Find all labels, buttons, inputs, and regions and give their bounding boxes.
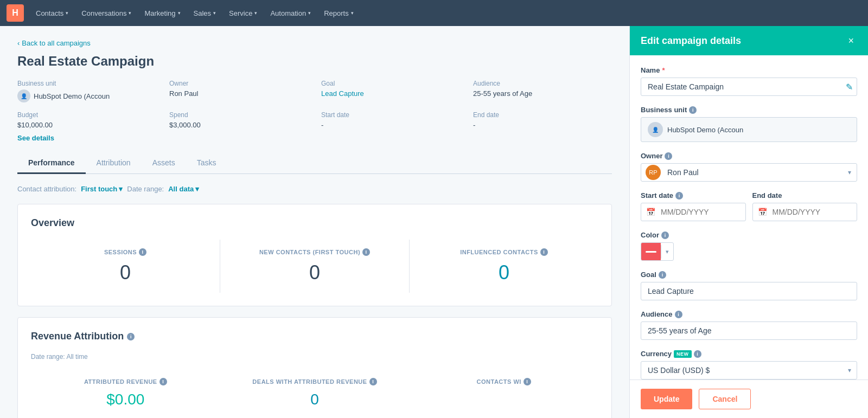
info-icon[interactable]: i <box>675 311 682 318</box>
revenue-attribution-section: Revenue Attribution i Date range: All ti… <box>17 317 612 418</box>
panel-header: Edit campaign details × <box>630 26 868 55</box>
close-panel-button[interactable]: × <box>845 35 857 47</box>
required-indicator: * <box>662 66 665 74</box>
info-icon[interactable]: i <box>661 231 669 239</box>
business-unit-field: Business unit i 👤 HubSpot Demo (Accoun <box>641 106 857 142</box>
tab-tasks[interactable]: Tasks <box>186 153 227 174</box>
metric-influenced-contacts: INFLUENCED CONTACTS i 0 <box>410 240 598 293</box>
name-label: Name * <box>641 66 857 74</box>
back-to-campaigns-link[interactable]: ‹ Back to all campaigns <box>17 39 612 47</box>
sessions-label: SESSIONS i <box>40 248 211 256</box>
chevron-down-icon: ▾ <box>213 10 216 16</box>
calendar-icon: 📅 <box>646 208 655 216</box>
end-date-label: End date <box>752 191 858 200</box>
info-icon[interactable]: i <box>524 378 531 385</box>
chevron-down-icon: ▾ <box>66 10 68 16</box>
business-unit-display: 👤 HubSpot Demo (Accoun <box>641 117 857 142</box>
color-swatch-button[interactable]: ▾ <box>641 242 674 261</box>
owner-select[interactable]: Ron Paul <box>661 164 848 181</box>
date-row: Start date i 📅 End date 📅 <box>641 191 857 221</box>
budget-value: $10,000.00 <box>17 121 156 129</box>
cancel-button[interactable]: Cancel <box>699 389 751 409</box>
contact-attribution-label: Contact attribution: <box>17 185 76 193</box>
meta-start-date: Start date - <box>321 111 460 129</box>
revenue-metrics: ATTRIBUTED REVENUE i $0.00 DEALS WITH AT… <box>31 369 598 417</box>
business-unit-value: 👤 HubSpot Demo (Accoun <box>17 89 156 102</box>
nav-item-conversations[interactable]: Conversations ▾ <box>76 6 137 21</box>
chevron-down-icon: ▾ <box>178 10 181 16</box>
panel-footer: Update Cancel <box>630 380 868 418</box>
top-navigation: H Contacts ▾ Conversations ▾ Marketing ▾… <box>0 0 868 26</box>
owner-select-container: RP Ron Paul ▾ <box>641 163 857 182</box>
metric-new-contacts: NEW CONTACTS (FIRST TOUCH) i 0 <box>220 240 410 293</box>
goal-label: Goal i <box>641 271 857 279</box>
owner-avatar: RP <box>646 165 661 180</box>
start-date-label: Start date i <box>641 191 746 200</box>
meta-goal: Goal Lead Capture <box>321 80 460 102</box>
info-icon[interactable]: i <box>694 350 701 358</box>
business-unit-avatar: 👤 <box>648 122 663 137</box>
nav-item-service[interactable]: Service ▾ <box>224 6 263 21</box>
update-button[interactable]: Update <box>641 389 692 409</box>
business-unit-name: HubSpot Demo (Accoun <box>667 126 743 134</box>
nav-item-automation[interactable]: Automation ▾ <box>265 6 316 21</box>
chevron-down-icon: ▾ <box>129 10 131 16</box>
currency-select[interactable]: US Dollar (USD) $ <box>641 362 848 379</box>
new-contacts-value: 0 <box>229 261 400 284</box>
info-icon[interactable]: i <box>540 248 548 256</box>
chevron-down-icon: ▾ <box>119 185 123 193</box>
meta-spend: Spend $3,000.00 <box>169 111 308 129</box>
end-date-container: 📅 <box>752 203 858 221</box>
end-date-input[interactable] <box>752 203 858 221</box>
start-date-input[interactable] <box>641 203 746 221</box>
tab-attribution[interactable]: Attribution <box>86 153 142 174</box>
currency-label: Currency NEW i <box>641 350 857 358</box>
nav-item-sales[interactable]: Sales ▾ <box>188 6 222 21</box>
info-icon[interactable]: i <box>665 152 672 160</box>
overview-section: Overview SESSIONS i 0 NEW CONTACTS (FIRS… <box>17 204 612 306</box>
start-date-value: - <box>321 121 460 129</box>
owner-field: Owner i RP Ron Paul ▾ <box>641 152 857 182</box>
start-date-field: Start date i 📅 <box>641 191 746 221</box>
sessions-value: 0 <box>40 261 211 284</box>
currency-select-container: US Dollar (USD) $ ▾ <box>641 361 857 380</box>
info-icon[interactable]: i <box>659 271 666 279</box>
nav-item-contacts[interactable]: Contacts ▾ <box>30 6 74 21</box>
info-icon[interactable]: i <box>127 333 135 340</box>
campaign-title: Real Estate Campaign <box>17 54 612 69</box>
audience-input[interactable] <box>641 321 857 340</box>
deals-attributed-value: 0 <box>229 391 401 408</box>
business-unit-avatar: 👤 <box>17 89 30 102</box>
attributed-revenue-label: ATTRIBUTED REVENUE i <box>40 378 212 385</box>
audience-value: 25-55 years of Age <box>473 89 612 98</box>
color-chevron[interactable]: ▾ <box>661 245 673 259</box>
edit-name-button[interactable]: ✎ <box>846 82 853 92</box>
info-icon[interactable]: i <box>159 378 167 385</box>
info-icon[interactable]: i <box>139 248 146 256</box>
color-row: ▾ <box>641 242 857 261</box>
color-line-indicator <box>646 251 656 253</box>
attributed-revenue-value: $0.00 <box>40 391 212 408</box>
tab-performance[interactable]: Performance <box>17 153 86 174</box>
metric-attributed-revenue: ATTRIBUTED REVENUE i $0.00 <box>31 369 220 417</box>
dates-field: Start date i 📅 End date 📅 <box>641 191 857 221</box>
filters-row: Contact attribution: First touch ▾ Date … <box>17 185 612 193</box>
spend-value: $3,000.00 <box>169 121 308 129</box>
info-icon[interactable]: i <box>675 192 683 200</box>
name-input[interactable] <box>641 78 857 96</box>
info-icon[interactable]: i <box>689 106 697 114</box>
nav-item-reports[interactable]: Reports ▾ <box>318 6 359 21</box>
chevron-down-icon: ▾ <box>195 185 199 193</box>
goal-input[interactable] <box>641 282 857 300</box>
tab-assets[interactable]: Assets <box>142 153 186 174</box>
info-icon[interactable]: i <box>369 378 377 385</box>
see-details-link[interactable]: See details <box>17 134 54 142</box>
nav-item-marketing[interactable]: Marketing ▾ <box>139 6 186 21</box>
meta-end-date: End date - <box>473 111 612 129</box>
info-icon[interactable]: i <box>362 248 370 256</box>
first-touch-dropdown[interactable]: First touch ▾ <box>81 185 123 193</box>
goal-field: Goal i <box>641 271 857 300</box>
all-data-dropdown[interactable]: All data ▾ <box>168 185 199 193</box>
deals-attributed-label: DEALS WITH ATTRIBUTED REVENUE i <box>229 378 401 385</box>
currency-field: Currency NEW i US Dollar (USD) $ ▾ <box>641 350 857 380</box>
